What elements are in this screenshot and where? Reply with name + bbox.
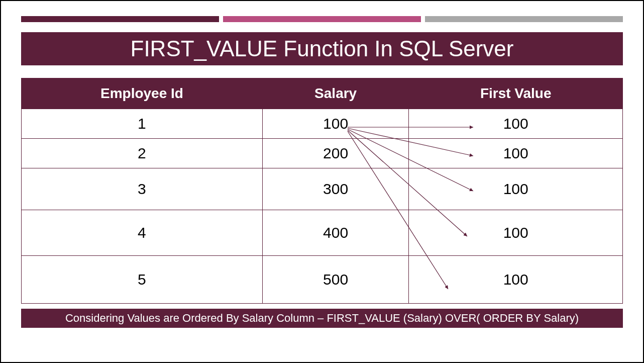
cell-id: 5 — [22, 256, 263, 304]
cell-id: 2 — [22, 139, 263, 168]
cell-salary: 100 — [262, 109, 408, 139]
stripe-dark — [21, 16, 219, 22]
cell-id: 1 — [22, 109, 263, 139]
table-row: 1 100 100 — [22, 109, 623, 139]
cell-id: 4 — [22, 210, 263, 256]
cell-salary: 400 — [262, 210, 408, 256]
cell-id: 3 — [22, 168, 263, 210]
page-title: FIRST_VALUE Function In SQL Server — [21, 32, 623, 65]
cell-salary: 300 — [262, 168, 408, 210]
cell-first-value: 100 — [409, 109, 623, 139]
cell-first-value: 100 — [409, 139, 623, 168]
col-employee-id: Employee Id — [22, 78, 263, 109]
stripe-pink — [223, 16, 421, 22]
cell-first-value: 100 — [409, 256, 623, 304]
table-row: 5 500 100 — [22, 256, 623, 304]
table-row: 2 200 100 — [22, 139, 623, 168]
cell-first-value: 100 — [409, 168, 623, 210]
table-row: 4 400 100 — [22, 210, 623, 256]
cell-salary: 200 — [262, 139, 408, 168]
col-salary: Salary — [262, 78, 408, 109]
cell-salary: 500 — [262, 256, 408, 304]
caption: Considering Values are Ordered By Salary… — [21, 309, 623, 328]
col-first-value: First Value — [409, 78, 623, 109]
header-stripes — [21, 16, 623, 22]
stripe-grey — [425, 16, 623, 22]
table-wrap: Employee Id Salary First Value 1 100 100… — [21, 78, 623, 304]
table-row: 3 300 100 — [22, 168, 623, 210]
data-table: Employee Id Salary First Value 1 100 100… — [21, 78, 623, 304]
cell-first-value: 100 — [409, 210, 623, 256]
